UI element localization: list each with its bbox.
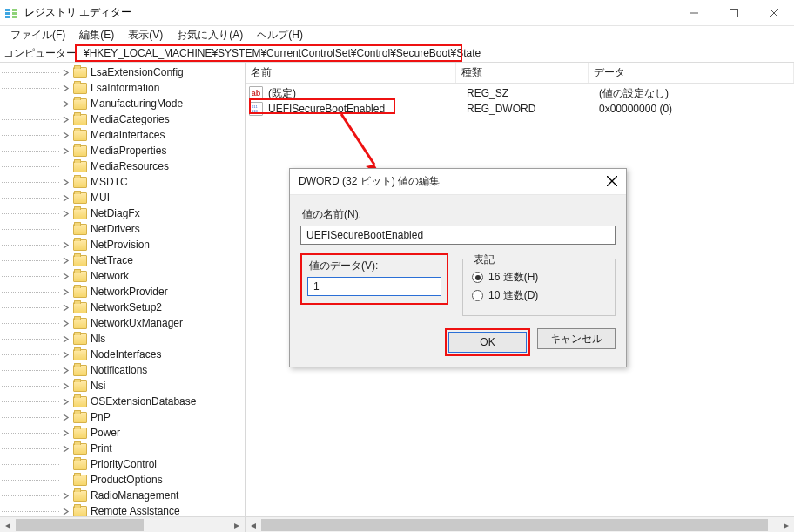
minimize-button[interactable] <box>674 0 714 26</box>
folder-icon <box>73 428 87 439</box>
expander-icon[interactable] <box>59 395 71 407</box>
expander-icon[interactable] <box>59 364 71 376</box>
cancel-button[interactable]: キャンセル <box>537 328 616 349</box>
tree-item[interactable]: NetworkSetup2 <box>2 300 245 315</box>
expander-icon[interactable] <box>59 380 71 392</box>
expander-icon[interactable] <box>59 207 71 219</box>
list-scroll-track[interactable] <box>261 517 778 532</box>
list-scroll-right-button[interactable]: ▸ <box>778 517 794 532</box>
tree-item[interactable]: Nls <box>2 331 245 347</box>
radio-hex[interactable]: 16 進数(H) <box>472 270 606 285</box>
col-header-data[interactable]: データ <box>589 63 794 83</box>
expander-icon[interactable] <box>59 98 71 110</box>
expander-icon[interactable] <box>59 474 71 486</box>
expander-icon[interactable] <box>59 301 71 313</box>
tree-item[interactable]: MediaCategories <box>2 111 245 127</box>
expander-icon[interactable] <box>59 270 71 282</box>
expander-icon[interactable] <box>59 113 71 125</box>
tree-item-label: NetDiagFx <box>91 207 140 219</box>
expander-icon[interactable] <box>59 192 71 204</box>
edit-dword-dialog: DWORD (32 ビット) 値の編集 値の名前(N): UEFISecureB… <box>289 168 627 367</box>
tree-item[interactable]: Print <box>2 441 245 456</box>
list-scroll-thumb[interactable] <box>261 519 768 531</box>
expander-icon[interactable] <box>59 82 71 94</box>
tree-item[interactable]: LsaExtensionConfig <box>2 64 245 80</box>
tree-item[interactable]: OSExtensionDatabase <box>2 394 245 409</box>
tree-item[interactable]: Nsi <box>2 378 245 394</box>
tree-scroll-left-button[interactable]: ◂ <box>0 517 16 532</box>
maximize-button[interactable] <box>714 0 754 26</box>
dialog-close-button[interactable] <box>607 175 617 189</box>
expander-icon[interactable] <box>59 505 71 516</box>
tree-item[interactable]: RadioManagement <box>2 488 245 503</box>
expander-icon[interactable] <box>59 145 71 157</box>
menu-view[interactable]: 表示(V) <box>121 28 170 43</box>
expander-icon[interactable] <box>59 489 71 502</box>
radio-dec[interactable]: 10 進数(D) <box>472 288 606 303</box>
horizontal-scrollbars: ◂ ▸ ◂ ▸ <box>0 516 794 532</box>
folder-icon <box>73 365 87 376</box>
menu-edit[interactable]: 編集(E) <box>72 28 121 43</box>
svg-rect-7 <box>730 10 738 17</box>
tree-item[interactable]: NetTrace <box>2 253 245 268</box>
menu-favorites[interactable]: お気に入り(A) <box>170 28 250 43</box>
tree-item[interactable]: NetProvision <box>2 237 245 253</box>
tree-item[interactable]: PnP <box>2 409 245 425</box>
tree-item[interactable]: Network <box>2 268 245 284</box>
tree-item[interactable]: MediaInterfaces <box>2 127 245 143</box>
tree-scroll-thumb[interactable] <box>16 519 144 531</box>
folder-icon <box>73 239 87 251</box>
expander-icon[interactable] <box>59 286 71 298</box>
window-title: レジストリ エディター <box>24 5 131 20</box>
tree-item[interactable]: NodeInterfaces <box>2 347 245 362</box>
expander-icon[interactable] <box>59 427 71 439</box>
tree-scroll-track[interactable] <box>16 517 229 532</box>
tree-item[interactable]: LsaInformation <box>2 80 245 96</box>
expander-icon[interactable] <box>59 442 71 455</box>
tree-item[interactable]: Remote Assistance <box>2 503 245 516</box>
expander-icon[interactable] <box>59 348 71 360</box>
tree-item-label: NetTrace <box>91 254 133 266</box>
tree-item[interactable]: NetDiagFx <box>2 205 245 221</box>
value-name-input[interactable]: UEFISecureBootEnabled <box>300 226 616 245</box>
tree-item[interactable]: PriorityControl <box>2 456 245 472</box>
expander-icon[interactable] <box>59 160 71 172</box>
col-header-type[interactable]: 種類 <box>456 63 589 83</box>
tree-item[interactable]: MSDTC <box>2 174 245 190</box>
address-path-box[interactable]: ¥HKEY_LOCAL_MACHINE¥SYSTEM¥CurrentContro… <box>80 44 794 62</box>
tree-item[interactable]: ManufacturingMode <box>2 96 245 111</box>
expander-icon[interactable] <box>59 129 71 141</box>
tree-item[interactable]: Power <box>2 425 245 441</box>
tree-item-label: NodeInterfaces <box>91 348 161 360</box>
tree-item[interactable]: MediaResources <box>2 158 245 174</box>
expander-icon[interactable] <box>59 317 71 329</box>
list-scroll-left-button[interactable]: ◂ <box>246 517 261 532</box>
expander-icon[interactable] <box>59 239 71 251</box>
tree-scroll-right-button[interactable]: ▸ <box>229 517 245 532</box>
expander-icon[interactable] <box>59 411 71 423</box>
menu-file[interactable]: ファイル(F) <box>3 28 72 43</box>
tree-item[interactable]: MUI <box>2 190 245 205</box>
tree-item[interactable]: NetworkProvider <box>2 284 245 300</box>
col-header-name[interactable]: 名前 <box>246 63 456 83</box>
tree-item[interactable]: ProductOptions <box>2 472 245 488</box>
expander-icon[interactable] <box>59 66 71 78</box>
close-button[interactable] <box>754 0 794 26</box>
expander-icon[interactable] <box>59 333 71 345</box>
value-data-input[interactable]: 1 <box>307 277 441 296</box>
expander-icon[interactable] <box>59 176 71 188</box>
tree-item[interactable]: NetworkUxManager <box>2 315 245 331</box>
list-row[interactable]: ab(既定)REG_SZ(値の設定なし) <box>246 85 794 101</box>
tree-item[interactable]: Notifications <box>2 362 245 378</box>
cell-data: 0x00000000 (0) <box>597 103 794 115</box>
tree-item[interactable]: MediaProperties <box>2 143 245 158</box>
tree-pane[interactable]: LsaExtensionConfigLsaInformationManufact… <box>0 63 246 516</box>
list-row[interactable]: 011110UEFISecureBootEnabledREG_DWORD0x00… <box>246 101 794 117</box>
tree-item[interactable]: NetDrivers <box>2 221 245 237</box>
ok-button[interactable]: OK <box>448 332 527 353</box>
menu-help[interactable]: ヘルプ(H) <box>250 28 310 43</box>
expander-icon[interactable] <box>59 223 71 235</box>
expander-icon[interactable] <box>59 254 71 266</box>
expander-icon[interactable] <box>59 458 71 470</box>
tree-item-label: MediaInterfaces <box>91 129 165 141</box>
